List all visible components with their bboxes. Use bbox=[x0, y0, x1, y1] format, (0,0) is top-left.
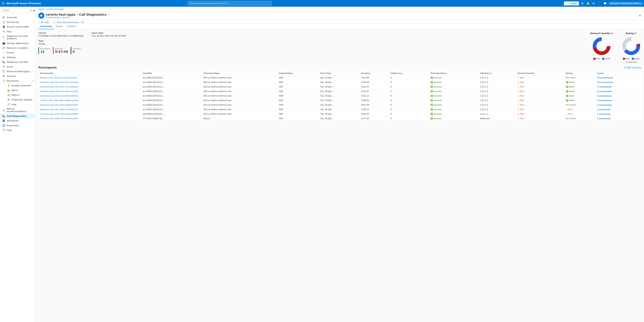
cell-participant-type: Teams bbox=[202, 116, 278, 121]
participant-id-link[interactable]: da382ca4-bae1-4783-a31d-46aee89f718e bbox=[40, 95, 79, 97]
sidebar-item-email[interactable]: ✉ Email › bbox=[0, 64, 36, 69]
legend-rating-good-label: Good bbox=[634, 58, 640, 60]
feedback-icon[interactable]: 💬 bbox=[603, 1, 608, 6]
issues-link[interactable]: 1 occurrence bbox=[597, 118, 610, 120]
more-options-icon[interactable]: ··· bbox=[111, 13, 113, 16]
call-info-row: Call ID 1234566c-071b-4264-bf1d-cc22ff82… bbox=[38, 32, 588, 37]
participant-id-link[interactable]: b5154626-81a6-4677-a6cc-27c20abd4b3 bbox=[40, 86, 78, 88]
cell-network-quality: ⚠ Poor bbox=[516, 116, 564, 121]
sidebar-subitem-insights[interactable]: 💡 Insights (preview) bbox=[0, 83, 36, 88]
sidebar-refresh-icon[interactable]: ↻ bbox=[30, 9, 32, 12]
check-small-icon: ✅ bbox=[566, 99, 568, 102]
cell-sdk-app: 1.25.1.1 bbox=[479, 85, 516, 89]
sidebar-subitem-logs[interactable]: 📝 Logs bbox=[0, 102, 36, 107]
cell-endpoint-type: VoIP bbox=[278, 107, 319, 112]
breadcrumb-resource[interactable]: corertc-test-apps bbox=[46, 8, 64, 10]
warning-icon: ⚠ bbox=[518, 113, 519, 115]
stats-row: Participant 12 Duration 0:27:28 Dropped … bbox=[38, 47, 588, 54]
participant-id-link[interactable]: 771ffa61-4673-495d-a4fa-d24887acd959 bbox=[40, 99, 78, 102]
all-calls-back-button[interactable]: ← All calls bbox=[38, 21, 49, 23]
issues-link[interactable]: 15 occurrences bbox=[597, 81, 613, 83]
global-search-input[interactable] bbox=[188, 1, 272, 6]
sidebar-subitem-metrics[interactable]: 📊 Metrics bbox=[0, 93, 36, 97]
sidebar-item-services[interactable]: ⚙ Services › bbox=[0, 74, 36, 78]
sidebar-item-help[interactable]: ❓ Help › bbox=[0, 128, 36, 133]
hamburger-icon[interactable]: ☰ bbox=[1, 1, 5, 6]
issues-link[interactable]: 3 occurrences bbox=[597, 104, 612, 106]
copilot-button[interactable]: ✨ Copilot bbox=[564, 1, 579, 5]
table-row: da382ca4-bae1-4783-a31d-46aee89f718e acs… bbox=[38, 94, 641, 98]
sidebar-item-monitoring[interactable]: 📈 Monitoring ∨ bbox=[0, 78, 36, 83]
close-button[interactable]: ✕ bbox=[638, 13, 641, 18]
sidebar-item-telephony[interactable]: 📞 Telephony and SMS › bbox=[0, 60, 36, 64]
notifications-icon[interactable]: 🔔 bbox=[586, 1, 590, 6]
issues-link[interactable]: 7 occurrences bbox=[597, 86, 612, 88]
sidebar-item-sample-apps[interactable]: 💼 Sample applications bbox=[0, 41, 36, 45]
sidebar-item-resource-visualizer[interactable]: 🔗 Resource visualizer bbox=[0, 45, 36, 50]
tab-overview[interactable]: Overview bbox=[38, 24, 54, 29]
sidebar-item-call-diagnostics[interactable]: 📞 Call Diagnostics bbox=[0, 114, 36, 118]
sidebar-item-automation[interactable]: 🔄 Automation › bbox=[0, 123, 36, 128]
issues-link[interactable]: 5 occurrences bbox=[597, 90, 612, 93]
participant-id-link[interactable]: 4bed0abe-455e-4187-aa1e-f591a152f16c bbox=[40, 90, 78, 93]
breadcrumb-home[interactable]: Home bbox=[38, 8, 44, 10]
participant-id-link[interactable]: 8d0abc89-c48a-46ac-b901-83729db132c bbox=[40, 108, 78, 111]
sidebar-item-advisor[interactable]: 💡 Advisor recommendations bbox=[0, 107, 36, 114]
participant-id-link[interactable]: 556037ad-5d2c-451e-83bd-20606c63b3f bbox=[40, 104, 78, 106]
cell-duration: 0:02:25 bbox=[360, 85, 389, 89]
cell-participant-end: ✅ Success bbox=[429, 107, 479, 112]
stat-dropped-label: Dropped bbox=[73, 48, 80, 50]
sidebar-item-workbooks[interactable]: 📓 Workbooks bbox=[0, 118, 36, 123]
user-account[interactable]: MICROSOFT (MICROSOFT.ONMI...) bbox=[609, 2, 643, 5]
call-id-label: Call ID bbox=[38, 32, 84, 34]
cell-rating: ✅ Good bbox=[564, 98, 596, 103]
network-quality-info-icon[interactable]: ⓘ bbox=[611, 32, 613, 35]
sidebar-item-activity-log[interactable]: 📋 Activity log bbox=[0, 20, 36, 24]
favorite-icon[interactable]: ★ bbox=[108, 13, 110, 16]
resource-title-bar: corertc-test-apps | Call Diagnostics ★ ·… bbox=[36, 12, 644, 19]
cell-sdk-app: 1.25.1.1 bbox=[479, 103, 516, 107]
sidebar-item-tags[interactable]: 🏷 Tags bbox=[0, 29, 36, 34]
col-participant-type: ParticipantType bbox=[202, 71, 278, 76]
sidebar-collapse-icon[interactable]: ◀ bbox=[33, 9, 35, 12]
issues-link[interactable]: 1 occurrence bbox=[597, 113, 610, 115]
settings-icon[interactable]: ⚙ bbox=[592, 1, 596, 6]
view-documentation-button[interactable]: 📄 View documentation bbox=[53, 21, 79, 23]
issues-link[interactable]: 16 occurrences bbox=[597, 77, 613, 79]
participant-id-link[interactable]: df1996cd-b9ec-4b6f-b61f-29aaa9c8cd95 bbox=[40, 77, 77, 79]
participants-table: ParticipantId Identifier ParticipantType… bbox=[38, 71, 641, 121]
issues-link[interactable]: 5 occurrences bbox=[597, 99, 612, 102]
help-icon[interactable]: ❓ bbox=[597, 1, 602, 6]
tab-issues[interactable]: Issues bbox=[54, 24, 65, 29]
cell-identifier: acs:efd3c229-b212-... bbox=[142, 112, 202, 116]
call-id-value: 1234566c-071b-4264-bf1d-cc22ff82dabd bbox=[38, 35, 84, 37]
sidebar-item-settings[interactable]: ≡ Settings › bbox=[0, 55, 36, 60]
help-nav-icon: ❓ bbox=[2, 129, 6, 132]
cell-duration: 0:03:56 bbox=[360, 76, 389, 80]
call-diagnostics-icon: 📞 bbox=[2, 115, 6, 117]
cell-identifier: acs:efd3c229-b212-... bbox=[142, 94, 202, 98]
participant-id-link[interactable]: b705ac02-5d17-48d2-a870-49d04ea3f67 bbox=[40, 118, 78, 120]
issues-link[interactable]: 1 occurrence bbox=[597, 108, 610, 111]
sidebar-item-access-control[interactable]: 👤 Access control (IAM) bbox=[0, 24, 36, 29]
sidebar-item-advanced-messaging[interactable]: 💬 Advanced Messaging › bbox=[0, 69, 36, 74]
participant-id-link[interactable]: 75229caa-de52-473b-986e-00e520308f8 bbox=[40, 113, 78, 115]
tab-timeline[interactable]: Timeline bbox=[65, 24, 78, 29]
participant-id-link[interactable]: ed7dac61-ef6b-4545-a9c4-454c32cd5e3a bbox=[40, 81, 78, 83]
main-content: Home › corertc-test-apps corertc-test-ap… bbox=[36, 7, 644, 322]
cloud-shell-icon[interactable]: 🖥 bbox=[580, 1, 584, 6]
cell-participant-end: ✅ Success bbox=[429, 85, 479, 89]
rating-info-icon[interactable]: ⓘ bbox=[634, 32, 636, 35]
sidebar-item-overview[interactable]: ⊞ Overview bbox=[0, 15, 36, 20]
search-input[interactable] bbox=[1, 8, 30, 13]
issues-link[interactable]: 5 occurrences bbox=[597, 95, 612, 97]
cell-start-time: Tue, 30 Apr ... bbox=[319, 98, 360, 103]
sidebar-item-events[interactable]: ⚡ Events bbox=[0, 50, 36, 55]
doc-icon: 📄 bbox=[53, 21, 56, 23]
panel-icon-btn[interactable]: ⊞ bbox=[82, 21, 84, 23]
network-quality-badge: ⚠ Poor bbox=[518, 90, 524, 93]
sidebar-subitem-diagnostic-settings[interactable]: ⚙ Diagnostic settings bbox=[0, 97, 36, 102]
sidebar-item-diagnose[interactable]: 🔧 Diagnose and solve problems bbox=[0, 34, 36, 41]
edit-columns-button[interactable]: ☰ Edit Columns bbox=[624, 66, 641, 69]
sidebar-subitem-alerts[interactable]: 🔔 Alerts bbox=[0, 88, 36, 93]
